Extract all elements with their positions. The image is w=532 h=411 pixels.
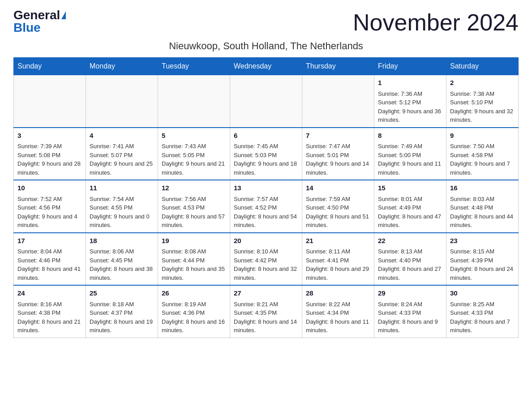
calendar-day-cell: 9Sunrise: 7:50 AMSunset: 4:58 PMDaylight… xyxy=(446,128,519,180)
calendar-day-cell: 7Sunrise: 7:47 AMSunset: 5:01 PMDaylight… xyxy=(302,128,374,180)
sunrise-text: Sunrise: 7:45 AM xyxy=(234,143,278,150)
day-number: 6 xyxy=(234,131,298,141)
sunrise-text: Sunrise: 8:01 AM xyxy=(378,196,422,202)
calendar-day-cell: 3Sunrise: 7:39 AMSunset: 5:08 PMDaylight… xyxy=(14,128,86,180)
daylight-text: Daylight: 8 hours and 44 minutes. xyxy=(450,213,513,229)
sunset-text: Sunset: 4:53 PM xyxy=(162,204,205,211)
calendar-day-cell: 14Sunrise: 7:59 AMSunset: 4:50 PMDayligh… xyxy=(302,180,374,233)
sunset-text: Sunset: 4:36 PM xyxy=(162,309,205,316)
daylight-text: Daylight: 8 hours and 19 minutes. xyxy=(90,318,153,334)
calendar-week-row: 10Sunrise: 7:52 AMSunset: 4:56 PMDayligh… xyxy=(14,180,519,233)
day-number: 11 xyxy=(90,183,154,193)
calendar-day-cell xyxy=(14,75,86,128)
calendar-day-cell: 21Sunrise: 8:11 AMSunset: 4:41 PMDayligh… xyxy=(302,233,374,286)
day-number: 25 xyxy=(90,288,154,299)
sunset-text: Sunset: 4:50 PM xyxy=(306,204,349,211)
calendar-day-cell: 6Sunrise: 7:45 AMSunset: 5:03 PMDaylight… xyxy=(230,128,302,180)
sunset-text: Sunset: 5:07 PM xyxy=(90,152,133,158)
calendar-day-cell: 17Sunrise: 8:04 AMSunset: 4:46 PMDayligh… xyxy=(14,233,86,286)
sunset-text: Sunset: 4:44 PM xyxy=(162,257,205,264)
sunset-text: Sunset: 4:35 PM xyxy=(234,309,277,316)
location-subtitle: Nieuwkoop, South Holland, The Netherland… xyxy=(13,40,519,52)
daylight-text: Daylight: 8 hours and 41 minutes. xyxy=(17,265,81,281)
sunrise-text: Sunrise: 8:03 AM xyxy=(450,196,494,202)
daylight-text: Daylight: 9 hours and 18 minutes. xyxy=(234,160,297,176)
daylight-text: Daylight: 8 hours and 7 minutes. xyxy=(450,318,510,334)
calendar-day-cell: 11Sunrise: 7:54 AMSunset: 4:55 PMDayligh… xyxy=(86,180,158,233)
day-number: 2 xyxy=(450,78,515,88)
sunset-text: Sunset: 4:33 PM xyxy=(450,309,493,316)
daylight-text: Daylight: 8 hours and 9 minutes. xyxy=(378,318,438,334)
sunset-text: Sunset: 4:45 PM xyxy=(90,257,133,264)
daylight-text: Daylight: 8 hours and 24 minutes. xyxy=(450,265,513,281)
logo-general: General xyxy=(13,9,60,21)
day-number: 22 xyxy=(378,236,442,246)
daylight-text: Daylight: 8 hours and 47 minutes. xyxy=(378,213,441,229)
sunrise-text: Sunrise: 8:19 AM xyxy=(162,301,206,308)
month-year-title: November 2024 xyxy=(353,9,519,36)
calendar-day-cell: 15Sunrise: 8:01 AMSunset: 4:49 PMDayligh… xyxy=(374,180,446,233)
sunset-text: Sunset: 5:01 PM xyxy=(306,152,349,158)
calendar-day-cell xyxy=(302,75,374,128)
sunrise-text: Sunrise: 7:47 AM xyxy=(306,143,350,150)
daylight-text: Daylight: 9 hours and 0 minutes. xyxy=(90,213,150,229)
day-number: 5 xyxy=(162,131,226,141)
sunset-text: Sunset: 4:49 PM xyxy=(378,204,421,211)
sunrise-text: Sunrise: 7:54 AM xyxy=(90,196,134,202)
calendar-day-cell xyxy=(86,75,158,128)
calendar-day-cell: 16Sunrise: 8:03 AMSunset: 4:48 PMDayligh… xyxy=(446,180,519,233)
sunrise-text: Sunrise: 7:52 AM xyxy=(17,196,62,202)
calendar-week-row: 3Sunrise: 7:39 AMSunset: 5:08 PMDaylight… xyxy=(14,128,519,180)
sunset-text: Sunset: 4:48 PM xyxy=(450,204,493,211)
day-number: 28 xyxy=(306,288,370,299)
day-number: 9 xyxy=(450,131,515,141)
day-number: 10 xyxy=(17,183,82,193)
day-number: 18 xyxy=(90,236,154,246)
sunrise-text: Sunrise: 7:49 AM xyxy=(378,143,422,150)
sunrise-text: Sunrise: 7:57 AM xyxy=(234,196,278,202)
sunset-text: Sunset: 4:58 PM xyxy=(450,152,493,158)
sunrise-text: Sunrise: 8:08 AM xyxy=(162,248,206,255)
sunset-text: Sunset: 5:08 PM xyxy=(17,152,60,158)
daylight-text: Daylight: 9 hours and 14 minutes. xyxy=(306,160,369,176)
calendar-day-cell: 25Sunrise: 8:18 AMSunset: 4:37 PMDayligh… xyxy=(86,285,158,338)
daylight-text: Daylight: 8 hours and 29 minutes. xyxy=(306,265,369,281)
daylight-text: Daylight: 9 hours and 21 minutes. xyxy=(162,160,225,176)
day-number: 30 xyxy=(450,288,515,299)
calendar-day-cell: 23Sunrise: 8:15 AMSunset: 4:39 PMDayligh… xyxy=(446,233,519,286)
daylight-text: Daylight: 8 hours and 16 minutes. xyxy=(162,318,225,334)
sunrise-text: Sunrise: 8:11 AM xyxy=(306,248,350,255)
daylight-text: Daylight: 8 hours and 57 minutes. xyxy=(162,213,225,229)
daylight-text: Daylight: 8 hours and 51 minutes. xyxy=(306,213,369,229)
sunrise-text: Sunrise: 8:24 AM xyxy=(378,301,422,308)
sunrise-text: Sunrise: 8:22 AM xyxy=(306,301,350,308)
daylight-text: Daylight: 8 hours and 11 minutes. xyxy=(306,318,369,334)
logo: General Blue xyxy=(13,9,66,34)
sunrise-text: Sunrise: 8:25 AM xyxy=(450,301,494,308)
day-number: 27 xyxy=(234,288,298,299)
sunset-text: Sunset: 5:12 PM xyxy=(378,99,421,106)
sunset-text: Sunset: 5:03 PM xyxy=(234,152,277,158)
sunrise-text: Sunrise: 8:04 AM xyxy=(17,248,62,255)
calendar-day-cell xyxy=(230,75,302,128)
calendar-day-cell: 18Sunrise: 8:06 AMSunset: 4:45 PMDayligh… xyxy=(86,233,158,286)
calendar-day-cell: 10Sunrise: 7:52 AMSunset: 4:56 PMDayligh… xyxy=(14,180,86,233)
calendar-day-cell: 20Sunrise: 8:10 AMSunset: 4:42 PMDayligh… xyxy=(230,233,302,286)
day-number: 3 xyxy=(17,131,82,141)
calendar-day-cell: 5Sunrise: 7:43 AMSunset: 5:05 PMDaylight… xyxy=(158,128,230,180)
day-number: 14 xyxy=(306,183,370,193)
sunrise-text: Sunrise: 7:38 AM xyxy=(450,90,494,97)
sunset-text: Sunset: 4:56 PM xyxy=(17,204,60,211)
calendar-day-cell: 27Sunrise: 8:21 AMSunset: 4:35 PMDayligh… xyxy=(230,285,302,338)
day-number: 8 xyxy=(378,131,442,141)
sunrise-text: Sunrise: 7:39 AM xyxy=(17,143,62,150)
sunset-text: Sunset: 4:37 PM xyxy=(90,309,133,316)
sunrise-text: Sunrise: 8:06 AM xyxy=(90,248,134,255)
calendar-day-cell: 24Sunrise: 8:16 AMSunset: 4:38 PMDayligh… xyxy=(14,285,86,338)
day-number: 21 xyxy=(306,236,370,246)
daylight-text: Daylight: 9 hours and 28 minutes. xyxy=(17,160,81,176)
sunrise-text: Sunrise: 8:10 AM xyxy=(234,248,278,255)
day-number: 16 xyxy=(450,183,515,193)
logo-blue: Blue xyxy=(13,21,41,34)
day-number: 26 xyxy=(162,288,226,299)
